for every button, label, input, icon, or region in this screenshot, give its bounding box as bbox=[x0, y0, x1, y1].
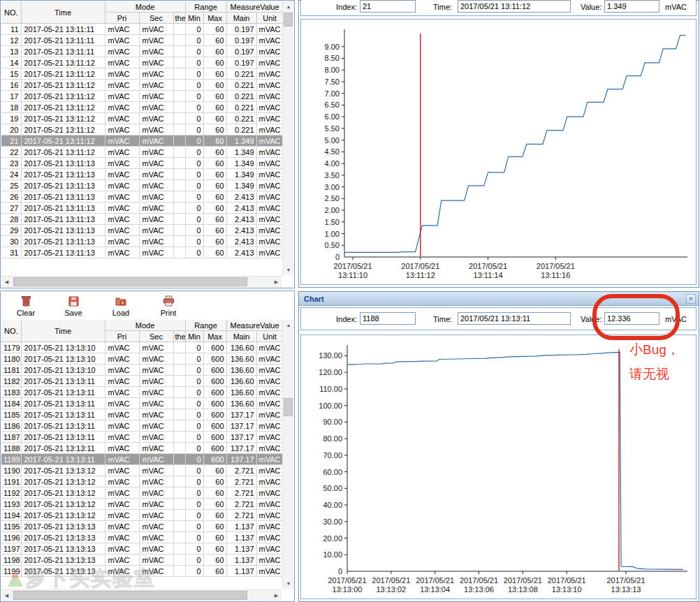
table-row[interactable]: 11892017-05-21 13:13:11mVACmVAC0600137.1… bbox=[1, 454, 283, 465]
table-row[interactable]: 11952017-05-21 13:13:13mVACmVAC0601.137m… bbox=[1, 521, 283, 532]
load-button[interactable]: Load bbox=[105, 292, 137, 317]
col-header-no[interactable]: NO. bbox=[1, 1, 21, 24]
table-row[interactable]: 292017-05-21 13:11:13mVACmVAC0602.413mVA… bbox=[1, 225, 283, 236]
scrollbar-thumb[interactable] bbox=[13, 277, 247, 286]
scroll-up-arrow[interactable]: ▲ bbox=[283, 320, 294, 330]
table-row[interactable]: 112017-05-21 13:11:11mVACmVAC0600.197mVA… bbox=[1, 24, 283, 35]
vertical-scrollbar[interactable]: ▲ ▼ bbox=[282, 320, 293, 589]
table-cell: 1191 bbox=[1, 476, 21, 487]
table-row[interactable]: 132017-05-21 13:11:11mVACmVAC0600.197mVA… bbox=[1, 46, 283, 57]
col-header-the[interactable]: the bbox=[173, 331, 185, 342]
table-row[interactable]: 202017-05-21 13:11:12mVACmVAC0600.221mVA… bbox=[1, 124, 283, 135]
vertical-scrollbar[interactable]: ▲ ▼ bbox=[282, 1, 293, 275]
col-header-the[interactable]: the bbox=[173, 13, 185, 24]
svg-text:90.00: 90.00 bbox=[323, 418, 342, 426]
col-group-mode[interactable]: Mode bbox=[105, 320, 185, 331]
table-cell: 22 bbox=[1, 147, 21, 158]
time-field[interactable] bbox=[458, 312, 571, 325]
table-row[interactable]: 11792017-05-21 13:13:10mVACmVAC0600136.6… bbox=[1, 342, 283, 353]
col-group-range[interactable]: Range bbox=[185, 1, 226, 13]
table-row[interactable]: 152017-05-21 13:11:12mVACmVAC0600.221mVA… bbox=[1, 68, 283, 80]
table-row[interactable]: 11982017-05-21 13:13:13mVACmVAC0601.137m… bbox=[1, 555, 283, 566]
table-row[interactable]: 11882017-05-21 13:13:11mVACmVAC0600137.1… bbox=[1, 443, 283, 454]
table-row[interactable]: 11932017-05-21 13:13:12mVACmVAC0602.721m… bbox=[1, 499, 283, 510]
col-header-main[interactable]: Main bbox=[226, 331, 256, 342]
clear-button[interactable]: Clear bbox=[10, 292, 42, 317]
table-row[interactable]: 282017-05-21 13:11:13mVACmVAC0602.413mVA… bbox=[1, 214, 283, 225]
scroll-left-arrow[interactable]: ◀ bbox=[1, 277, 12, 288]
horizontal-scrollbar[interactable]: ◀ ▶ bbox=[1, 276, 282, 287]
table-row[interactable]: 11822017-05-21 13:13:11mVACmVAC0600136.6… bbox=[1, 376, 283, 387]
print-button[interactable]: Print bbox=[152, 292, 184, 317]
table-row[interactable]: 11872017-05-21 13:13:11mVACmVAC0600137.1… bbox=[1, 432, 283, 443]
table-cell: 0 bbox=[185, 365, 203, 376]
save-button[interactable]: Save bbox=[57, 292, 89, 317]
table-row[interactable]: 232017-05-21 13:11:13mVACmVAC0601.349mVA… bbox=[1, 158, 283, 169]
table-row[interactable]: 172017-05-21 13:11:12mVACmVAC0600.221mVA… bbox=[1, 91, 283, 102]
table-row[interactable]: 192017-05-21 13:11:12mVACmVAC0600.221mVA… bbox=[1, 113, 283, 124]
scroll-down-arrow[interactable]: ▼ bbox=[283, 265, 294, 275]
col-header-time[interactable]: Time bbox=[21, 1, 105, 24]
col-header-unit[interactable]: Unit bbox=[256, 331, 283, 342]
table-row[interactable]: 11902017-05-21 13:13:12mVACmVAC0602.721m… bbox=[1, 465, 283, 476]
table-row[interactable]: 142017-05-21 13:11:12mVACmVAC0600.197mVA… bbox=[1, 57, 283, 68]
table-row[interactable]: 11802017-05-21 13:13:10mVACmVAC0600136.6… bbox=[1, 353, 283, 365]
scrollbar-thumb[interactable] bbox=[13, 591, 247, 600]
table-row[interactable]: 252017-05-21 13:11:13mVACmVAC0601.349mVA… bbox=[1, 180, 283, 191]
table-cell bbox=[173, 225, 185, 236]
scroll-up-arrow[interactable]: ▲ bbox=[283, 1, 294, 12]
table-row[interactable]: 11962017-05-21 13:13:13mVACmVAC0601.137m… bbox=[1, 532, 283, 543]
col-header-time[interactable]: Time bbox=[21, 320, 105, 342]
col-header-no[interactable]: NO. bbox=[1, 320, 21, 342]
col-header-min[interactable]: Min bbox=[185, 13, 203, 24]
close-icon[interactable]: ✕ bbox=[686, 294, 696, 304]
col-group-measurevalue[interactable]: MeasureValue bbox=[226, 320, 283, 331]
scroll-left-arrow[interactable]: ◀ bbox=[1, 590, 12, 601]
col-header-pri[interactable]: Pri bbox=[105, 331, 139, 342]
table-row[interactable]: 312017-05-21 13:11:13mVACmVAC0602.413mVA… bbox=[1, 247, 283, 258]
col-header-sec[interactable]: Sec bbox=[139, 331, 173, 342]
step-chart-top[interactable]: 00.501.001.502.002.503.003.504.004.505.0… bbox=[301, 20, 696, 284]
col-header-max[interactable]: Max bbox=[203, 331, 226, 342]
table-row[interactable]: 122017-05-21 13:11:11mVACmVAC0600.197mVA… bbox=[1, 35, 283, 46]
scroll-right-arrow[interactable]: ▶ bbox=[271, 277, 282, 288]
time-field[interactable] bbox=[458, 0, 571, 13]
col-group-mode[interactable]: Mode bbox=[105, 1, 185, 13]
scroll-down-arrow[interactable]: ▼ bbox=[283, 578, 294, 589]
value-field[interactable] bbox=[604, 0, 659, 13]
table-row[interactable]: 222017-05-21 13:11:12mVACmVAC0601.349mVA… bbox=[1, 147, 283, 158]
table-row[interactable]: 11942017-05-21 13:13:12mVACmVAC0602.721m… bbox=[1, 510, 283, 521]
table-row[interactable]: 302017-05-21 13:11:13mVACmVAC0602.413mVA… bbox=[1, 236, 283, 247]
index-field[interactable] bbox=[360, 312, 416, 325]
scrollbar-thumb[interactable] bbox=[284, 398, 293, 416]
table-cell: 0.221 bbox=[226, 102, 256, 113]
table-row[interactable]: 272017-05-21 13:11:13mVACmVAC0602.413mVA… bbox=[1, 203, 283, 214]
table-row[interactable]: 242017-05-21 13:11:13mVACmVAC0601.349mVA… bbox=[1, 169, 283, 180]
table-row[interactable]: 162017-05-21 13:11:12mVACmVAC0600.221mVA… bbox=[1, 80, 283, 91]
table-row[interactable]: 11852017-05-21 13:13:11mVACmVAC0600137.1… bbox=[1, 409, 283, 420]
table-row[interactable]: 11972017-05-21 13:13:13mVACmVAC0601.137m… bbox=[1, 543, 283, 555]
scroll-right-arrow[interactable]: ▶ bbox=[271, 590, 282, 601]
table-row[interactable]: 11832017-05-21 13:13:11mVACmVAC0600136.6… bbox=[1, 387, 283, 398]
chart-area-top[interactable]: 00.501.001.502.002.503.003.504.004.505.0… bbox=[300, 19, 697, 285]
col-header-min[interactable]: Min bbox=[185, 331, 203, 342]
col-header-unit[interactable]: Unit bbox=[256, 13, 283, 24]
col-header-main[interactable]: Main bbox=[226, 13, 256, 24]
col-header-sec[interactable]: Sec bbox=[139, 13, 173, 24]
table-row[interactable]: 11912017-05-21 13:13:12mVACmVAC0602.721m… bbox=[1, 476, 283, 487]
col-header-max[interactable]: Max bbox=[203, 13, 226, 24]
scrollbar-thumb[interactable] bbox=[284, 13, 293, 27]
horizontal-scrollbar[interactable]: ◀ ▶ bbox=[1, 589, 282, 601]
col-group-range[interactable]: Range bbox=[185, 320, 226, 331]
table-row[interactable]: 11992017-05-21 13:13:13mVACmVAC0601.137m… bbox=[1, 566, 283, 577]
table-row[interactable]: 262017-05-21 13:11:13mVACmVAC0602.413mVA… bbox=[1, 191, 283, 203]
table-row[interactable]: 182017-05-21 13:11:12mVACmVAC0600.221mVA… bbox=[1, 102, 283, 113]
table-row[interactable]: 11812017-05-21 13:13:10mVACmVAC0600136.6… bbox=[1, 365, 283, 376]
table-row[interactable]: 11862017-05-21 13:13:11mVACmVAC0600137.1… bbox=[1, 420, 283, 432]
table-row[interactable]: 11922017-05-21 13:13:12mVACmVAC0602.721m… bbox=[1, 487, 283, 499]
table-row[interactable]: 11842017-05-21 13:13:11mVACmVAC0600136.6… bbox=[1, 398, 283, 409]
table-row[interactable]: 212017-05-21 13:11:12mVACmVAC0601.349mVA… bbox=[1, 135, 283, 147]
col-header-pri[interactable]: Pri bbox=[105, 13, 139, 24]
col-group-measurevalue[interactable]: MeasureValue bbox=[226, 1, 283, 13]
index-field[interactable] bbox=[360, 0, 416, 13]
